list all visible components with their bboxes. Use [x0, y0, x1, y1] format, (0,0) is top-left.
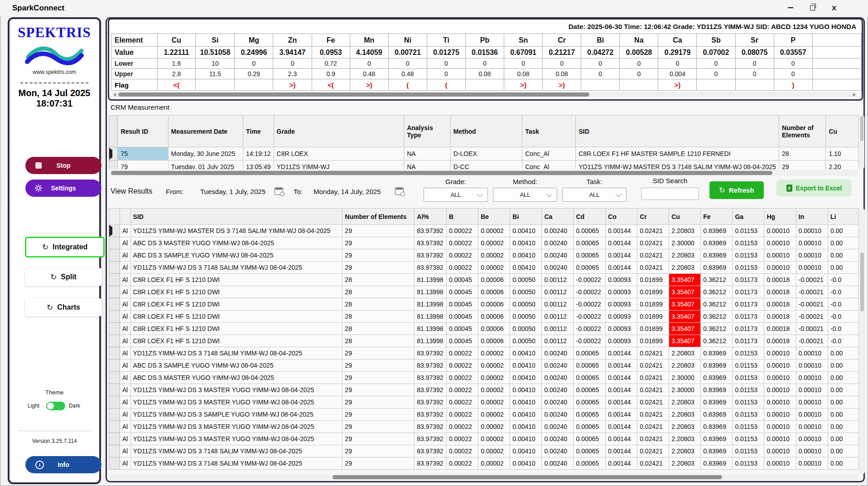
results-cell-value[interactable]: 0.83969 — [701, 384, 733, 396]
results-cell-value[interactable]: 0.01899 — [637, 323, 669, 335]
results-cell-value[interactable]: 2.20803 — [669, 445, 701, 457]
results-cell-value[interactable]: 0.01153 — [733, 262, 764, 274]
results-cell-value[interactable]: 0.00018 — [764, 298, 796, 311]
results-cell-value[interactable]: 0.00112 — [542, 335, 574, 347]
results-cell-sid[interactable]: C8R LOEX F1 HF S 1210 DWI — [130, 335, 342, 347]
results-cell-value[interactable]: 0.00144 — [606, 445, 637, 457]
results-cell-value[interactable]: 0.00002 — [478, 457, 510, 470]
row-selector[interactable] — [109, 249, 120, 262]
results-cell-value[interactable]: 0.01153 — [733, 225, 764, 237]
results-cell-value[interactable]: 83.97392 — [415, 433, 447, 445]
crm-cell-cu[interactable]: 2.20 — [826, 160, 859, 170]
results-cell-task-clipped[interactable]: Al — [120, 286, 130, 298]
results-cell-elements[interactable]: 29 — [342, 225, 415, 237]
results-cell-value[interactable]: -0.0 — [828, 323, 859, 335]
results-cell-value[interactable]: 0.01173 — [733, 311, 764, 323]
results-cell-value[interactable]: 0.83969 — [701, 433, 733, 445]
results-cell-value[interactable]: 0.00022 — [447, 421, 478, 433]
results-cell-task-clipped[interactable]: Al — [120, 445, 130, 457]
results-cell-value[interactable]: 0.01153 — [733, 421, 764, 433]
crm-hscrollbar[interactable] — [109, 170, 859, 176]
results-cell-value[interactable]: 81.13998 — [415, 335, 447, 347]
results-cell-value[interactable]: 0.00010 — [764, 237, 796, 249]
results-cell-value[interactable]: -0.00021 — [796, 286, 828, 298]
results-cell-value[interactable]: 0.00410 — [510, 360, 542, 372]
results-col-header[interactable]: Co — [606, 209, 637, 225]
results-cell-value[interactable]: 0.00065 — [574, 237, 606, 249]
results-cell-value[interactable]: 0.00065 — [574, 457, 606, 470]
results-cell-value[interactable]: 83.97392 — [415, 347, 447, 360]
crm-col-header[interactable]: Cu — [826, 116, 859, 147]
minimize-button[interactable] — [780, 0, 801, 15]
results-cell-value[interactable]: 0.00 — [828, 396, 859, 408]
results-col-header[interactable]: Cd — [574, 209, 606, 225]
results-cell-value[interactable]: -0.00022 — [574, 274, 606, 286]
results-cell-value[interactable]: 81.13998 — [415, 274, 447, 286]
crm-cell-time[interactable]: 13:05:49 — [243, 160, 274, 170]
results-cell-value[interactable]: 0.01153 — [733, 445, 764, 457]
results-cell-sid[interactable]: C8R LOEX F1 HF S 1210 DWI — [130, 311, 342, 323]
crm-col-header[interactable]: Result ID — [118, 116, 168, 147]
results-cell-value[interactable]: 0.01153 — [733, 457, 764, 470]
row-selector[interactable] — [109, 147, 118, 160]
results-cell-value[interactable]: 0.00002 — [478, 396, 510, 408]
results-cell-value[interactable]: 0.00010 — [796, 347, 828, 360]
row-selector[interactable] — [109, 408, 120, 421]
results-cell-value[interactable]: 0.00410 — [510, 372, 542, 384]
crm-col-header[interactable]: Grade — [274, 116, 404, 147]
results-cell-value[interactable]: 0.00045 — [447, 311, 478, 323]
results-cell-task-clipped[interactable]: Al — [120, 249, 130, 262]
results-cell-elements[interactable]: 28 — [342, 286, 415, 298]
results-cell-value[interactable]: 0.01899 — [637, 335, 669, 347]
results-cell-value[interactable]: 0.00065 — [574, 421, 606, 433]
results-cell-value[interactable]: 0.00006 — [478, 311, 510, 323]
results-cell-sid[interactable]: YD11ZS YIMM-WJ DS 3 7148 SALIM YIMM-WJ 0… — [130, 262, 342, 274]
results-cell-value[interactable]: 83.97392 — [415, 225, 447, 237]
results-cell-value[interactable]: 0.01153 — [733, 249, 764, 262]
results-cell-value[interactable]: 0.00010 — [796, 262, 828, 274]
results-cell-value[interactable]: 83.97392 — [415, 396, 447, 408]
crm-cell-analysis-type[interactable]: NA — [404, 160, 451, 170]
results-cell-value[interactable]: 0.00240 — [542, 262, 574, 274]
results-cell-value[interactable]: 0.83969 — [701, 360, 733, 372]
element-table-hscrollbar[interactable] — [112, 92, 857, 97]
results-cell-elements[interactable]: 29 — [342, 384, 415, 396]
results-cell-value[interactable]: 0.00112 — [542, 298, 574, 311]
results-cell-value[interactable]: -0.0 — [828, 311, 859, 323]
crm-vscrollbar[interactable] — [859, 115, 864, 169]
from-date-value[interactable]: Tuesday, 1 July, 2025 — [200, 188, 265, 195]
results-cell-value[interactable]: 0.00112 — [542, 323, 574, 335]
results-cell-task-clipped[interactable]: Al — [120, 457, 130, 470]
results-cell-value[interactable]: 0.00010 — [764, 457, 796, 470]
results-cell-value[interactable]: 0.00010 — [796, 249, 828, 262]
results-col-header[interactable]: Hg — [764, 209, 796, 225]
row-selector[interactable] — [109, 372, 120, 384]
results-cell-task-clipped[interactable]: Al — [120, 433, 130, 445]
to-calendar-icon[interactable] — [395, 187, 404, 195]
results-cell-value[interactable]: 0.00010 — [764, 225, 796, 237]
results-cell-value[interactable]: 0.00240 — [542, 347, 574, 360]
results-cell-value[interactable]: 83.97392 — [415, 262, 447, 274]
results-cell-value[interactable]: 0.36212 — [701, 274, 733, 286]
results-col-header[interactable]: Be — [478, 209, 510, 225]
results-cell-value[interactable]: 0.00 — [828, 347, 859, 360]
results-cell-value[interactable]: 2.20803 — [669, 433, 701, 445]
results-cell-value[interactable]: 0.00144 — [606, 225, 637, 237]
to-date-value[interactable]: Monday, 14 July, 2025 — [313, 188, 381, 195]
results-cell-elements[interactable]: 28 — [342, 335, 415, 347]
results-cell-value[interactable]: 0.01173 — [733, 335, 764, 347]
crm-cell-result-id[interactable]: 75 — [118, 147, 168, 160]
results-cell-value[interactable]: 0.00010 — [764, 408, 796, 421]
close-button[interactable]: X — [824, 0, 844, 15]
task-filter-select[interactable]: ALL — [562, 188, 627, 202]
results-cell-value[interactable]: 0.00050 — [510, 311, 542, 323]
results-cell-value[interactable]: 0.00144 — [606, 433, 637, 445]
results-cell-value[interactable]: 0.01153 — [733, 396, 764, 408]
results-col-header[interactable]: Ga — [733, 209, 764, 225]
results-cell-value[interactable]: 0.36212 — [701, 335, 733, 347]
results-cell-value[interactable]: 0.00010 — [796, 372, 828, 384]
row-selector[interactable] — [109, 237, 120, 249]
results-cell-value[interactable]: 83.97392 — [415, 457, 447, 470]
crm-cell-time[interactable]: 14:19:12 — [243, 147, 274, 160]
results-cell-value[interactable]: -0.00021 — [796, 274, 828, 286]
